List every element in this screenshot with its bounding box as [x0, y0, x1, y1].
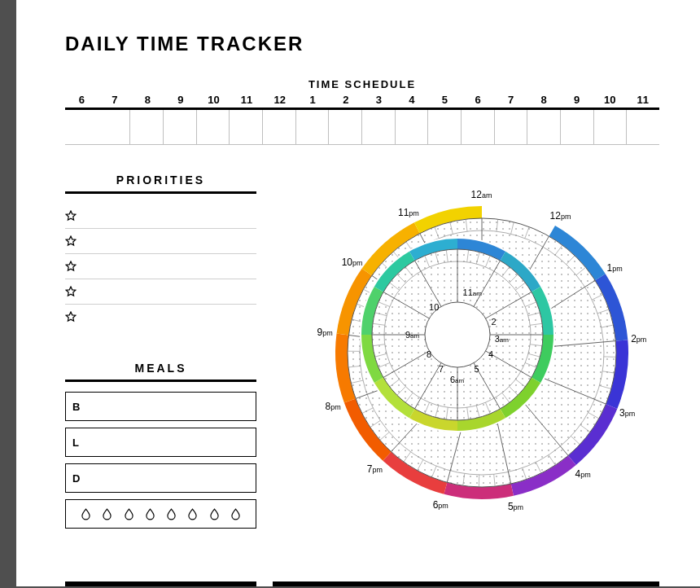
schedule-slot[interactable] — [594, 110, 628, 144]
schedule-slot[interactable] — [263, 110, 296, 144]
water-drop-icon[interactable] — [167, 508, 176, 520]
clock-inner-hour: 10 — [429, 302, 439, 312]
water-drop-icon[interactable] — [231, 508, 240, 520]
schedule-hour: 4 — [396, 94, 429, 108]
clock-outer-hour: 8pm — [326, 401, 341, 412]
clock-inner-hour: 11am — [463, 287, 482, 297]
schedule-slot[interactable] — [627, 110, 659, 144]
schedule-hour: 8 — [527, 94, 561, 108]
clock-inner-hour: 8 — [427, 349, 431, 359]
schedule-slot[interactable] — [362, 110, 396, 144]
footer-divider-right — [273, 581, 659, 586]
clock-inner-hour: 4 — [488, 349, 493, 359]
clock-outer-hour: 9pm — [317, 327, 333, 338]
schedule-slot[interactable] — [130, 110, 164, 144]
priority-row[interactable] — [65, 305, 256, 329]
clock-outer-hour: 12pm — [550, 210, 571, 222]
schedule-slot[interactable] — [495, 110, 528, 144]
clock-outer-hour: 4pm — [575, 468, 591, 480]
time-schedule-heading: TIME SCHEDULE — [65, 78, 659, 90]
star-icon — [65, 210, 77, 222]
water-drop-icon[interactable] — [103, 508, 112, 520]
schedule-slot[interactable] — [527, 110, 561, 144]
clock-outer-hour: 2pm — [631, 333, 646, 344]
schedule-hour: 8 — [131, 94, 164, 108]
clock-inner-hour: 5 — [474, 364, 479, 374]
schedule-slot[interactable] — [396, 110, 429, 144]
clock-outer-hour: 5pm — [508, 501, 523, 512]
clock-outer-hour: 11pm — [398, 207, 419, 218]
schedule-slot[interactable] — [561, 110, 594, 144]
clock-inner-hour: 2 — [492, 317, 497, 327]
meal-entry[interactable]: L — [65, 428, 256, 457]
water-drop-icon[interactable] — [81, 508, 90, 520]
schedule-slot[interactable] — [230, 110, 263, 144]
priority-row[interactable] — [65, 204, 256, 229]
meal-entry[interactable]: B — [65, 392, 256, 421]
clock-outer-hour: 6pm — [433, 499, 448, 511]
water-drop-icon[interactable] — [210, 508, 219, 520]
meal-code: L — [72, 437, 79, 449]
clock-inner-hour: 9am — [405, 330, 419, 340]
schedule-hour: 7 — [98, 94, 132, 108]
schedule-hour: 10 — [197, 94, 230, 108]
water-tracker[interactable] — [65, 499, 256, 529]
priority-row[interactable] — [65, 279, 256, 305]
star-icon — [65, 235, 77, 247]
clock-outer-hour: 7pm — [367, 463, 383, 475]
schedule-slot[interactable] — [329, 110, 362, 144]
time-wheel: 12am12pm1pm2pm3pm4pm5pm6pm7pm8pm9pm10pm1… — [271, 173, 659, 529]
priorities-section: PRIORITIES — [65, 173, 256, 329]
schedule-hour: 11 — [230, 94, 264, 108]
schedule-hour: 11 — [627, 94, 660, 108]
meal-code: B — [72, 401, 80, 413]
schedule-hour: 10 — [593, 94, 627, 108]
clock-inner-hour: 3am — [495, 334, 509, 344]
clock-outer-hour: 3pm — [619, 407, 635, 419]
water-drop-icon[interactable] — [146, 508, 155, 520]
time-schedule-hours: 67891011121234567891011 — [65, 94, 659, 110]
clock-inner-hour: 7 — [439, 364, 444, 374]
meal-entry[interactable]: D — [65, 463, 256, 493]
water-drop-icon[interactable] — [188, 508, 197, 520]
schedule-hour: 6 — [65, 94, 98, 108]
schedule-hour: 12 — [263, 94, 296, 108]
clock-outer-hour: 1pm — [607, 262, 623, 274]
star-icon — [65, 311, 77, 323]
priority-row[interactable] — [65, 254, 256, 279]
schedule-slot[interactable] — [164, 110, 197, 144]
meal-code: D — [72, 472, 80, 485]
schedule-hour: 9 — [560, 94, 593, 108]
schedule-hour: 7 — [494, 94, 527, 108]
schedule-hour: 1 — [296, 94, 330, 108]
clock-outer-hour: 12am — [471, 189, 492, 200]
schedule-hour: 9 — [164, 94, 198, 108]
schedule-slot[interactable] — [428, 110, 462, 144]
clock-outer-hour: 10pm — [342, 257, 363, 268]
schedule-slot[interactable] — [296, 110, 330, 144]
page-title: DAILY TIME TRACKER — [65, 33, 659, 55]
meals-heading: MEALS — [65, 362, 256, 382]
time-schedule-slots[interactable] — [65, 110, 659, 145]
footer-divider-left — [65, 581, 256, 586]
star-icon — [65, 261, 77, 272]
schedule-hour: 2 — [330, 94, 363, 108]
priorities-heading: PRIORITIES — [65, 173, 256, 194]
schedule-slot[interactable] — [462, 110, 495, 144]
schedule-slot[interactable] — [65, 110, 98, 144]
star-icon — [65, 286, 77, 297]
schedule-hour: 6 — [462, 94, 495, 108]
meals-section: MEALS BLD — [65, 362, 256, 529]
schedule-slot[interactable] — [197, 110, 230, 144]
schedule-hour: 5 — [428, 94, 462, 108]
water-drop-icon[interactable] — [125, 508, 133, 520]
priority-row[interactable] — [65, 229, 256, 254]
time-schedule: TIME SCHEDULE 67891011121234567891011 — [65, 78, 659, 145]
schedule-slot[interactable] — [98, 110, 131, 144]
schedule-hour: 3 — [362, 94, 396, 108]
clock-inner-hour: 6am — [450, 375, 464, 384]
